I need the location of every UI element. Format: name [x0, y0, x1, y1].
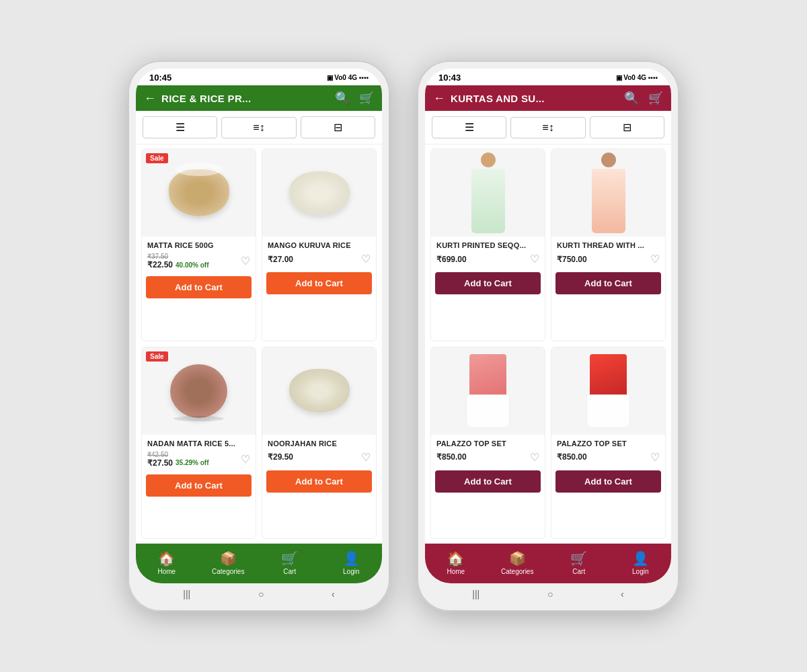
- nav-categories-label-1: Categories: [212, 568, 244, 575]
- phone-1: 10:45 ▣ Vo0 4G ▪▪▪▪ ← RICE & RICE PR... …: [128, 60, 390, 612]
- nav-login-label-1: Login: [343, 568, 359, 575]
- current-price-k3: ₹850.00: [436, 452, 467, 462]
- filter-icon-2: ⊟: [623, 121, 631, 134]
- nav-cart-2[interactable]: 🛒 Cart: [548, 548, 610, 578]
- rice-bowl-white-2: [289, 369, 350, 413]
- product-name-k1: KURTI PRINTED SEQQ...: [436, 241, 539, 250]
- product-info-k3: PALAZZO TOP SET ₹850.00 ♡: [431, 435, 545, 466]
- bottom-nav-1: 🏠 Home 📦 Categories 🛒 Cart 👤 Login: [136, 543, 382, 583]
- add-to-cart-btn-1[interactable]: Add to Cart: [146, 276, 252, 298]
- nav-home-2[interactable]: 🏠 Home: [425, 548, 487, 578]
- product-image-k2: [551, 149, 665, 237]
- filter-bar-2: ☰ ≡↕ ⊟: [425, 111, 671, 144]
- home-bar-back-2[interactable]: ‹: [621, 589, 624, 599]
- product-name-4: NOORJAHAN RICE: [268, 439, 371, 448]
- current-price-4: ₹29.50: [268, 452, 293, 462]
- home-bar-circle[interactable]: ○: [258, 589, 264, 599]
- bottom-nav-2: 🏠 Home 📦 Categories 🛒 Cart 👤 Login: [425, 543, 671, 583]
- status-bar-2: 10:43 ▣ Vo0 4G ▪▪▪▪: [425, 69, 671, 85]
- home-icon-1: 🏠: [158, 550, 175, 566]
- price-row-2: ₹27.00: [268, 255, 293, 264]
- wishlist-btn-2[interactable]: ♡: [361, 253, 371, 265]
- wishlist-btn-k4[interactable]: ♡: [650, 451, 660, 464]
- nav-categories-label-2: Categories: [501, 568, 533, 575]
- price-row-3: ₹27.50 35.29% off: [147, 458, 209, 468]
- add-to-cart-btn-4[interactable]: Add to Cart: [266, 470, 372, 493]
- home-bar-back[interactable]: ‹: [332, 589, 335, 599]
- wishlist-btn-k3[interactable]: ♡: [530, 451, 539, 464]
- list-view-btn-1[interactable]: ☰: [143, 116, 217, 138]
- current-price-k2: ₹750.00: [557, 255, 587, 264]
- wishlist-btn-4[interactable]: ♡: [361, 451, 371, 464]
- add-to-cart-btn-k4[interactable]: Add to Cart: [555, 470, 661, 493]
- back-button-1[interactable]: ←: [144, 91, 156, 106]
- current-price-k1: ₹699.00: [436, 255, 467, 264]
- wishlist-btn-1[interactable]: ♡: [241, 255, 250, 267]
- kurti-head-2: [601, 153, 616, 167]
- wishlist-btn-3[interactable]: ♡: [241, 453, 250, 466]
- sort-icon-1: ≡↕: [253, 122, 264, 134]
- home-bar-2: ||| ○ ‹: [425, 583, 671, 603]
- sale-badge-3: Sale: [146, 351, 168, 362]
- add-to-cart-btn-3[interactable]: Add to Cart: [146, 474, 252, 497]
- sort-btn-2[interactable]: ≡↕: [510, 117, 585, 138]
- search-icon-1[interactable]: 🔍: [335, 91, 350, 106]
- status-bar-1: 10:45 ▣ Vo0 4G ▪▪▪▪: [136, 69, 382, 85]
- add-to-cart-btn-2[interactable]: Add to Cart: [266, 272, 372, 294]
- discount-1: 40.00% off: [176, 261, 208, 269]
- product-info-4: NOORJAHAN RICE ₹29.50 ♡: [262, 435, 376, 466]
- price-block-2: ₹27.00: [268, 255, 293, 264]
- back-button-2[interactable]: ←: [433, 91, 445, 106]
- palazzo-bottom-1: [466, 394, 510, 428]
- app-header-2: ← KURTAS AND SU... 🔍 🛒: [425, 85, 671, 111]
- product-card-matta-rice: Sale MATTA RICE 500G ₹37.50 ₹22.50 40.00…: [141, 149, 256, 341]
- palazzo-bottom-2: [586, 394, 630, 428]
- price-wishlist-k4: ₹850.00 ♡: [557, 451, 660, 464]
- add-to-cart-btn-k3[interactable]: Add to Cart: [435, 470, 541, 493]
- add-to-cart-btn-k2[interactable]: Add to Cart: [555, 272, 661, 294]
- current-price-1: ₹22.50: [147, 260, 173, 269]
- price-wishlist-1: ₹37.50 ₹22.50 40.00% off ♡: [147, 253, 250, 269]
- filter-btn-2[interactable]: ⊟: [590, 116, 664, 138]
- kurti-body-1: [471, 169, 505, 233]
- wishlist-btn-k2[interactable]: ♡: [650, 253, 660, 265]
- home-bar-lines-2: |||: [472, 589, 479, 599]
- nav-home-label-2: Home: [447, 568, 465, 575]
- palazzo-figure-2: [578, 354, 639, 428]
- header-icons-2: 🔍 🛒: [624, 91, 663, 106]
- cart-nav-icon-1: 🛒: [281, 550, 298, 566]
- page-title-2: KURTAS AND SU...: [451, 93, 619, 104]
- kurti-figure-2: [582, 153, 636, 233]
- login-icon-2: 👤: [632, 550, 649, 566]
- login-icon-1: 👤: [343, 550, 360, 566]
- product-info-k2: KURTI THREAD WITH ... ₹750.00 ♡: [551, 237, 665, 268]
- nav-home-1[interactable]: 🏠 Home: [136, 548, 198, 578]
- palazzo-figure-1: [458, 354, 518, 428]
- product-name-2: MANGO KURUVA RICE: [268, 241, 371, 250]
- filter-btn-1[interactable]: ⊟: [301, 116, 375, 138]
- product-card-nadan-rice: Sale NADAN MATTA RICE 5... ₹42.50 ₹27.50…: [141, 347, 256, 540]
- add-to-cart-btn-k1[interactable]: Add to Cart: [435, 272, 541, 294]
- search-icon-2[interactable]: 🔍: [624, 91, 639, 106]
- nav-login-2[interactable]: 👤 Login: [610, 548, 672, 578]
- nav-cart-1[interactable]: 🛒 Cart: [259, 548, 321, 578]
- product-info-2: MANGO KURUVA RICE ₹27.00 ♡: [262, 237, 376, 268]
- product-card-kurti-thread: KURTI THREAD WITH ... ₹750.00 ♡ Add to C…: [551, 149, 666, 341]
- header-icons-1: 🔍 🛒: [335, 91, 374, 106]
- product-name-1: MATTA RICE 500G: [147, 241, 250, 250]
- home-bar-circle-2[interactable]: ○: [547, 589, 553, 599]
- product-info-k1: KURTI PRINTED SEQQ... ₹699.00 ♡: [431, 237, 545, 268]
- cart-icon-2[interactable]: 🛒: [648, 91, 663, 106]
- product-card-palazzo-salmon: PALAZZO TOP SET ₹850.00 ♡ Add to Cart: [430, 347, 545, 540]
- home-bar-lines: |||: [183, 589, 190, 599]
- nav-login-1[interactable]: 👤 Login: [321, 548, 383, 578]
- product-image-2: [262, 149, 376, 237]
- product-image-k3: [431, 347, 545, 435]
- nav-categories-1[interactable]: 📦 Categories: [198, 548, 260, 578]
- wishlist-btn-k1[interactable]: ♡: [530, 253, 539, 265]
- cart-icon-1[interactable]: 🛒: [359, 91, 374, 106]
- list-view-btn-2[interactable]: ☰: [432, 116, 506, 138]
- price-wishlist-2: ₹27.00 ♡: [268, 253, 371, 265]
- sort-btn-1[interactable]: ≡↕: [221, 117, 296, 138]
- nav-categories-2[interactable]: 📦 Categories: [487, 548, 549, 578]
